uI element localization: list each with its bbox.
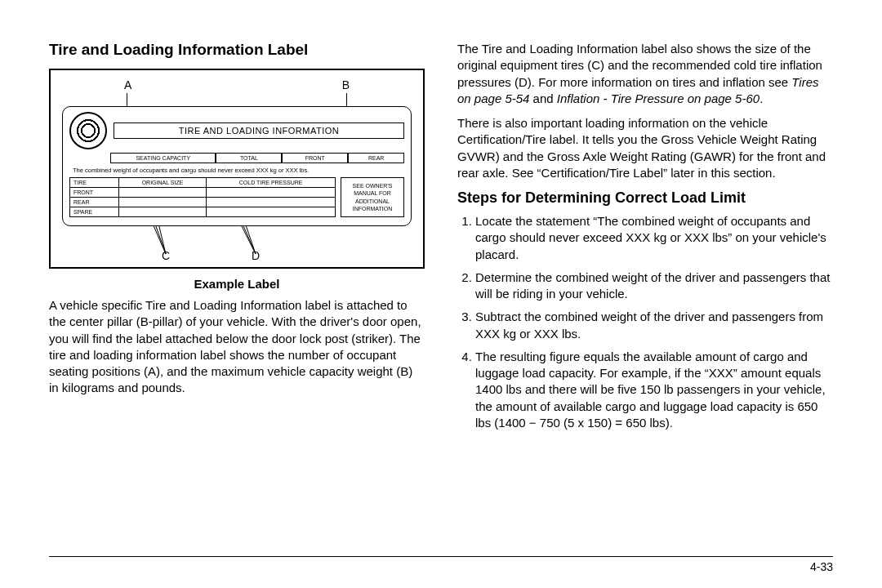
right-para-1: The Tire and Loading Information label a… [457,41,833,107]
letter-c: C [162,249,170,262]
diagram-bottom: C D [62,226,412,262]
seating-total: TOTAL [216,153,282,163]
diagram-top-connectors [62,93,412,106]
seating-capacity-row: SEATING CAPACITY TOTAL FRONT REAR [110,153,404,163]
letter-d: D [252,249,260,262]
table-row: SPARE [70,207,336,217]
table-row: FRONT [70,188,336,198]
th-size: ORIGINAL SIZE [118,178,206,188]
label-diagram: A B TIRE AND LOADING INFORMATION SEATING… [49,69,425,269]
list-item: Determine the combined weight of the dri… [475,270,833,303]
list-item: Subtract the combined weight of the driv… [475,309,833,342]
right-para-2: There is also important loading informat… [457,115,833,181]
manual-page: Tire and Loading Information Label A B T… [0,0,882,588]
diagram-caption: Example Label [49,277,425,291]
two-column-layout: Tire and Loading Information Label A B T… [49,41,833,438]
para1-part-c: and [529,91,556,105]
row-rear: REAR [70,198,119,207]
seating-rear: REAR [348,153,404,163]
seating-front: FRONT [282,153,348,163]
row-spare: SPARE [70,207,119,217]
tire-table: TIRE ORIGINAL SIZE COLD TIRE PRESSURE FR… [69,177,336,217]
table-row: REAR [70,198,336,207]
tire-label-card: TIRE AND LOADING INFORMATION SEATING CAP… [62,106,412,226]
left-paragraph: A vehicle specific Tire and Loading Info… [49,297,425,397]
sidebox-line: ADDITIONAL [343,198,402,205]
para1-part-e: . [760,91,763,105]
tire-grid-area: TIRE ORIGINAL SIZE COLD TIRE PRESSURE FR… [69,177,404,217]
letter-b: B [342,78,350,91]
right-heading: Steps for Determining Correct Load Limit [457,189,833,207]
para1-ref-2: Inflation - Tire Pressure on page 5-60 [557,91,760,105]
row-front: FRONT [70,188,119,198]
left-heading: Tire and Loading Information Label [49,41,425,59]
sidebox-line: INFORMATION [343,205,402,212]
list-item: Locate the statement “The combined weigh… [475,213,833,263]
connector-b [346,93,347,106]
seating-label: SEATING CAPACITY [110,153,216,163]
list-item: The resulting figure equals the availabl… [475,349,833,431]
connector-a [127,93,127,106]
combined-weight-note: The combined weight of occupants and car… [73,167,404,174]
right-column: The Tire and Loading Information label a… [457,41,833,438]
sidebox-line: SEE OWNER'S [343,182,402,189]
page-number: 4-33 [810,560,833,573]
bottom-connectors [62,226,413,262]
th-pressure: COLD TIRE PRESSURE [207,178,336,188]
sidebox-line: MANUAL FOR [343,189,402,197]
label-title-band: TIRE AND LOADING INFORMATION [114,122,404,139]
left-column: Tire and Loading Information Label A B T… [49,41,425,438]
diagram-top-letters: A B [62,78,412,93]
card-top-row: TIRE AND LOADING INFORMATION [69,112,404,149]
owners-manual-box: SEE OWNER'S MANUAL FOR ADDITIONAL INFORM… [341,177,404,217]
th-tire: TIRE [70,178,119,188]
para1-part-a: The Tire and Loading Information label a… [457,42,822,89]
letter-a: A [124,78,131,91]
tire-icon [69,112,107,149]
page-footer: 4-33 [49,556,833,573]
steps-list: Locate the statement “The combined weigh… [475,213,833,431]
